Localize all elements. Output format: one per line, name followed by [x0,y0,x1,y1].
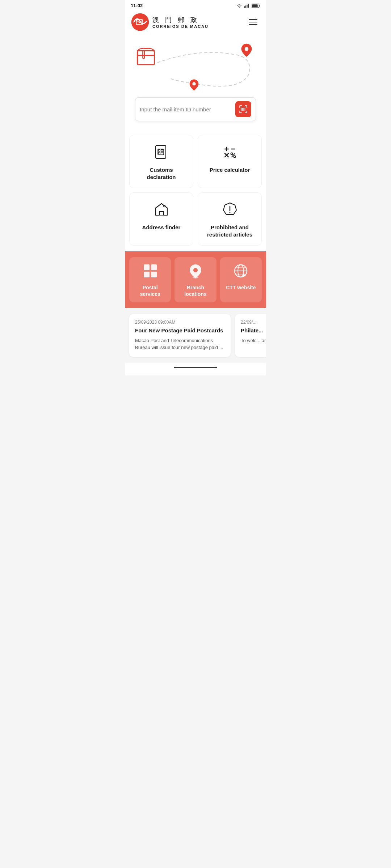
svg-point-11 [192,82,196,85]
menu-button[interactable] [246,16,260,28]
menu-line-2 [249,22,257,22]
svg-rect-5 [259,5,260,7]
ctt-website-label: CTT website [226,284,256,291]
wifi-icon [236,4,242,8]
svg-rect-2 [247,4,247,8]
search-bar [135,97,256,121]
news-2-date: 22/09/... [241,320,266,325]
service-cards-section: Customs declaration Price [125,132,266,251]
card-address-label: Address finder [142,224,181,231]
bottom-ctt-website[interactable]: CTT website [220,257,262,302]
prohibited-icon [222,201,238,220]
news-section: 25/09/2023 09:00AM Four New Postage Paid… [125,308,266,363]
svg-point-40 [193,268,198,272]
svg-rect-0 [244,6,245,8]
status-bar: 11:02 [125,0,266,10]
menu-line-3 [249,24,257,25]
logo-latin: CORREIOS DE MACAU [152,24,209,29]
card-prohibited-label: Prohibited and restricted articles [204,224,256,238]
card-customs-declaration[interactable]: Customs declaration [129,135,193,188]
hero-section [125,36,266,132]
svg-rect-9 [138,51,155,64]
scan-button[interactable] [235,101,251,117]
branch-locations-icon [188,263,203,281]
svg-rect-22 [158,152,160,154]
logo: 澳 門 郵 政 CORREIOS DE MACAU [131,13,209,31]
hero-illustration [131,39,260,97]
svg-point-31 [234,156,235,158]
bottom-branch-locations[interactable]: Branch locations [175,257,216,302]
svg-rect-37 [151,264,157,270]
package-icon [134,43,157,66]
card-price-label: Price calculator [210,166,250,174]
svg-point-10 [245,47,249,51]
svg-rect-3 [248,4,249,8]
cards-grid: Customs declaration Price [129,135,262,246]
svg-rect-20 [158,150,160,152]
bottom-nav [125,363,266,375]
signal-icon [244,4,250,8]
svg-rect-39 [151,272,157,277]
svg-point-30 [231,153,232,155]
bottom-postal-services[interactable]: Postal services [129,257,171,302]
news-2-title: Philate... [241,327,266,334]
postal-services-label: Postal services [132,284,168,297]
logo-chinese: 澳 門 郵 政 [152,16,199,24]
battery-icon [252,4,260,8]
svg-rect-21 [161,150,163,152]
status-icons [236,4,260,8]
price-calc-icon [222,144,238,162]
svg-rect-36 [144,264,150,270]
menu-line-1 [249,19,257,20]
card-prohibited-articles[interactable]: Prohibited and restricted articles [198,192,262,246]
tracking-input[interactable] [140,106,235,112]
customs-icon [154,144,169,162]
card-price-calculator[interactable]: Price calculator [198,135,262,188]
postal-services-icon [142,263,158,281]
app-header: 澳 門 郵 政 CORREIOS DE MACAU [125,10,266,36]
location-pin-origin [189,79,199,94]
status-time: 11:02 [131,3,143,8]
bottom-bar: Postal services Branch locations [125,251,266,308]
barcode-scan-icon [239,105,248,114]
location-pin-destination [240,43,253,60]
address-icon [154,201,169,220]
svg-rect-38 [144,272,150,277]
card-address-finder[interactable]: Address finder [129,192,193,246]
news-card-1[interactable]: 25/09/2023 09:00AM Four New Postage Paid… [129,314,231,357]
news-1-title: Four New Postage Paid Postcards [135,327,225,334]
card-customs-label: Customs declaration [135,166,187,180]
branch-locations-label: Branch locations [177,284,213,297]
news-1-excerpt: Macao Post and Telecommunications Bureau… [135,337,225,351]
news-card-2[interactable]: 22/09/... Philate... To welc... and Na..… [235,314,266,357]
svg-rect-1 [245,5,246,8]
logo-icon [131,13,150,31]
home-indicator [174,367,217,368]
logo-text: 澳 門 郵 政 CORREIOS DE MACAU [152,16,209,29]
svg-rect-18 [156,145,166,158]
news-2-excerpt: To welc... and Na... [241,337,266,344]
svg-point-35 [229,212,230,213]
svg-rect-6 [252,4,257,7]
svg-rect-33 [160,212,163,215]
svg-point-41 [193,276,198,278]
ctt-website-icon [233,263,249,281]
news-1-date: 25/09/2023 09:00AM [135,320,225,325]
